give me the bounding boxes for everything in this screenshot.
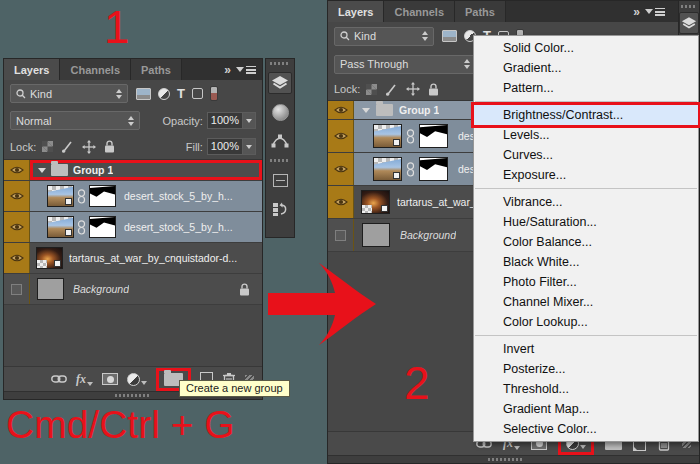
- menu-item-curves[interactable]: Curves...: [474, 145, 698, 165]
- panel-menu-icon[interactable]: [645, 8, 665, 16]
- layer-mask-thumbnail[interactable]: [419, 157, 448, 181]
- lock-transparency-icon[interactable]: [42, 141, 53, 152]
- fill-dropdown-button[interactable]: [243, 138, 256, 155]
- layer-row-desert1[interactable]: desert_stock_5_by_h...: [4, 181, 262, 212]
- panel-menu-icon[interactable]: [236, 66, 256, 74]
- fill-value[interactable]: 100%: [207, 138, 243, 155]
- filter-adjustment-layers-icon[interactable]: [158, 88, 170, 100]
- lock-transparency-icon[interactable]: [366, 84, 377, 95]
- menu-item-gradient-map[interactable]: Gradient Map...: [474, 399, 698, 419]
- layer-thumbnail[interactable]: [36, 247, 63, 269]
- layer-row-desert2[interactable]: desert_stock_5_by_h...: [4, 212, 262, 243]
- dock-grip[interactable]: [270, 62, 290, 65]
- tab-paths[interactable]: Paths: [455, 1, 506, 22]
- layer-styles-fx-button[interactable]: fx: [76, 372, 93, 387]
- menu-item-invert[interactable]: Invert: [474, 339, 698, 359]
- paths-pen-icon[interactable]: [268, 130, 292, 152]
- layers-panel-icon[interactable]: [268, 72, 292, 94]
- menu-item-threshold[interactable]: Threshold...: [474, 379, 698, 399]
- visibility-eye-icon[interactable]: [328, 101, 354, 119]
- menu-item-vibrance[interactable]: Vibrance...: [474, 192, 698, 212]
- layer-name[interactable]: Group 1: [73, 164, 113, 176]
- layer-mask-thumbnail[interactable]: [419, 124, 448, 148]
- layer-thumbnail[interactable]: [37, 278, 64, 300]
- layer-thumbnail[interactable]: [373, 124, 402, 148]
- menu-item-exposure[interactable]: Exposure...: [474, 165, 698, 185]
- dock-grip[interactable]: [681, 5, 697, 8]
- lock-position-move-icon[interactable]: [82, 140, 96, 154]
- layer-thumbnail[interactable]: [362, 223, 390, 247]
- layer-thumbnail[interactable]: [47, 185, 74, 207]
- layer-name[interactable]: Background: [400, 229, 456, 241]
- add-layer-mask-button[interactable]: [102, 373, 118, 385]
- lock-paint-brush-icon[interactable]: [61, 140, 74, 153]
- mask-link-icon[interactable]: [77, 189, 86, 204]
- collapse-panel-icon[interactable]: »: [633, 5, 639, 19]
- visibility-eye-icon[interactable]: [328, 120, 354, 152]
- visibility-eye-icon[interactable]: [328, 186, 354, 218]
- layer-name[interactable]: desert_stock_5_by_h...: [124, 221, 233, 233]
- layer-row-background[interactable]: Background: [4, 274, 262, 305]
- filter-pixel-layers-icon[interactable]: [136, 88, 151, 100]
- filter-toggle-switch-icon[interactable]: [210, 86, 218, 101]
- panel-drag-strip[interactable]: [328, 455, 699, 463]
- visibility-eye-icon[interactable]: [4, 181, 30, 211]
- menu-item-levels[interactable]: Levels...: [474, 125, 698, 145]
- mask-link-icon[interactable]: [406, 129, 415, 144]
- menu-item-black-white[interactable]: Black White...: [474, 252, 698, 272]
- tab-layers[interactable]: Layers: [328, 1, 384, 22]
- layer-row-tartarus[interactable]: tartarus_at_war_by_cnquistador-d...: [4, 243, 262, 274]
- filter-shape-layers-icon[interactable]: [192, 88, 203, 99]
- visibility-checkbox-empty[interactable]: [4, 274, 30, 304]
- add-adjustment-layer-button[interactable]: [127, 373, 147, 386]
- group1-row-red-annotation[interactable]: Group 1: [30, 160, 262, 180]
- layer-thumbnail[interactable]: [373, 157, 402, 181]
- history-icon[interactable]: [268, 198, 292, 220]
- visibility-eye-icon[interactable]: [328, 153, 354, 185]
- filter-type-layers-icon[interactable]: T: [177, 88, 185, 100]
- mask-link-icon[interactable]: [406, 162, 415, 177]
- opacity-dropdown-button[interactable]: [243, 112, 256, 129]
- menu-item-pattern[interactable]: Pattern...: [474, 78, 698, 98]
- menu-item-color-lookup[interactable]: Color Lookup...: [474, 312, 698, 332]
- menu-item-color-balance[interactable]: Color Balance...: [474, 232, 698, 252]
- layer-mask-thumbnail[interactable]: [89, 185, 116, 207]
- kind-filter-dropdown[interactable]: Kind: [334, 27, 434, 46]
- dock-grip[interactable]: [270, 159, 290, 162]
- menu-item-selective-color[interactable]: Selective Color...: [474, 419, 698, 439]
- menu-item-brightness-contrast[interactable]: Brightness/Contrast...: [474, 105, 698, 125]
- color-sphere-icon[interactable]: [268, 101, 292, 123]
- lock-all-icon[interactable]: [104, 140, 115, 153]
- lock-paint-brush-icon[interactable]: [385, 83, 398, 96]
- blend-mode-dropdown[interactable]: Normal: [10, 111, 140, 130]
- link-layers-button[interactable]: [51, 374, 67, 384]
- tab-layers[interactable]: Layers: [4, 59, 60, 80]
- opacity-value[interactable]: 100%: [207, 112, 243, 129]
- layer-name[interactable]: Background: [73, 283, 129, 295]
- menu-item-photo-filter[interactable]: Photo Filter...: [474, 272, 698, 292]
- tab-paths[interactable]: Paths: [131, 59, 182, 80]
- visibility-checkbox-empty[interactable]: [328, 219, 354, 251]
- layer-row-group1[interactable]: Group 1: [4, 160, 262, 181]
- layer-name[interactable]: tartarus_at_war_by_cnquistador-d...: [69, 252, 237, 264]
- lock-all-icon[interactable]: [428, 83, 439, 96]
- mask-link-icon[interactable]: [77, 220, 86, 235]
- kind-filter-dropdown[interactable]: Kind: [10, 84, 128, 103]
- menu-item-posterize[interactable]: Posterize...: [474, 359, 698, 379]
- layer-name[interactable]: desert_stock_5_by_h...: [124, 190, 233, 202]
- visibility-eye-icon[interactable]: [4, 212, 30, 242]
- menu-item-gradient[interactable]: Gradient...: [474, 58, 698, 78]
- layer-thumbnail[interactable]: [361, 190, 390, 214]
- layer-mask-thumbnail[interactable]: [89, 216, 116, 238]
- menu-item-solid-color[interactable]: Solid Color...: [474, 38, 698, 58]
- layer-comps-icon[interactable]: [268, 169, 292, 191]
- filter-pixel-layers-icon[interactable]: [442, 30, 457, 42]
- visibility-eye-icon[interactable]: [4, 243, 30, 273]
- lock-position-move-icon[interactable]: [406, 82, 420, 96]
- menu-item-hue-saturation[interactable]: Hue/Saturation...: [474, 212, 698, 232]
- menu-item-channel-mixer[interactable]: Channel Mixer...: [474, 292, 698, 312]
- blend-mode-dropdown[interactable]: Pass Through: [334, 55, 476, 74]
- collapse-panel-icon[interactable]: »: [224, 63, 230, 77]
- expand-triangle-icon[interactable]: [362, 108, 370, 113]
- visibility-eye-icon[interactable]: [4, 160, 30, 180]
